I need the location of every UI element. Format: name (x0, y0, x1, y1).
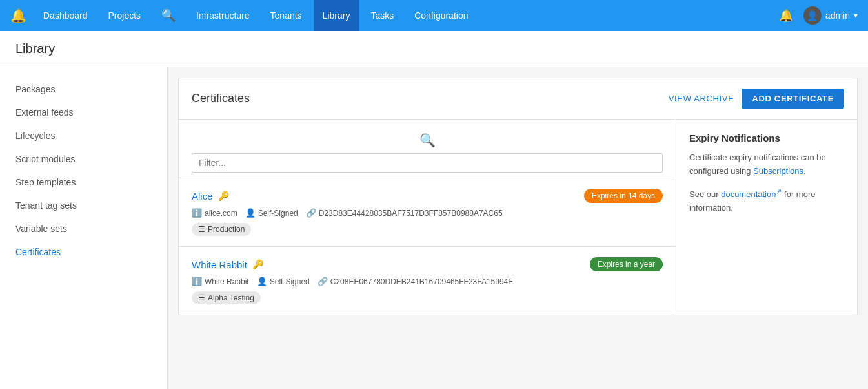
expiry-title: Expiry Notifications (689, 132, 844, 143)
sidebar-item-certificates[interactable]: Certificates (0, 240, 167, 264)
sidebar: Packages External feeds Lifecycles Scrip… (0, 67, 168, 389)
nav-item-infrastructure[interactable]: Infrastructure (187, 0, 258, 31)
sidebar-item-script-modules[interactable]: Script modules (0, 147, 167, 171)
nav-item-library[interactable]: Library (314, 0, 359, 31)
cert-domain: ℹ️ White Rabbit (192, 277, 249, 286)
cert-env-tags: ☰ Alpha Testing (192, 291, 663, 304)
env-tag-label: Alpha Testing (208, 293, 254, 302)
nav-item-search[interactable]: 🔍 (152, 0, 185, 31)
nav-logo-icon: 🔔 (10, 8, 26, 23)
cert-item-header: White Rabbit 🔑 Expires in a year (192, 257, 663, 271)
env-tag-icon: ☰ (198, 293, 205, 302)
cert-expires-badge: Expires in 14 days (584, 189, 663, 203)
user-menu[interactable]: 👤 admin ▾ (803, 6, 858, 25)
page-title-bar: Library (0, 31, 868, 67)
sidebar-item-packages[interactable]: Packages (0, 78, 167, 101)
cert-name-row: White Rabbit 🔑 (192, 259, 263, 270)
subscriptions-link[interactable]: Subscriptions (753, 166, 803, 176)
panel-header-actions: VIEW ARCHIVE ADD CERTIFICATE (669, 89, 844, 109)
cert-fingerprint: 🔗 C208EE067780DDEB241B16709465FF23FA1599… (318, 277, 513, 286)
key-icon: 🔑 (218, 191, 229, 201)
cert-item-header: Alice 🔑 Expires in 14 days (192, 189, 663, 203)
cert-type: 👤 Self-Signed (245, 208, 298, 218)
main-content: Certificates VIEW ARCHIVE ADD CERTIFICAT… (168, 67, 868, 389)
cert-type-value: Self-Signed (270, 277, 310, 286)
cert-name-alice[interactable]: Alice (192, 191, 213, 202)
panel-body: 🔍 Alice 🔑 Expires in 14 days (179, 120, 857, 315)
cert-item: White Rabbit 🔑 Expires in a year ℹ️ Whit… (179, 246, 676, 315)
fingerprint-icon: 🔗 (306, 208, 316, 218)
avatar: 👤 (803, 6, 822, 25)
cert-domain-value: White Rabbit (205, 277, 249, 286)
cert-fingerprint-value: C208EE067780DDEB241B16709465FF23FA15994F (330, 277, 513, 286)
sidebar-item-variable-sets[interactable]: Variable sets (0, 217, 167, 240)
nav-item-tenants[interactable]: Tenants (261, 0, 311, 31)
nav-item-tasks[interactable]: Tasks (361, 0, 403, 31)
page-title: Library (15, 41, 853, 56)
sidebar-item-tenant-tag-sets[interactable]: Tenant tag sets (0, 194, 167, 217)
cert-fingerprint: 🔗 D23D83E44428035BAF7517D3FF857B0988A7AC… (306, 208, 503, 218)
env-tag: ☰ Production (192, 223, 251, 236)
fingerprint-icon: 🔗 (318, 277, 328, 286)
cert-item: Alice 🔑 Expires in 14 days ℹ️ alice.com (179, 178, 676, 246)
nav-item-configuration[interactable]: Configuration (405, 0, 477, 31)
documentation-link[interactable]: documentation↗ (721, 189, 782, 199)
cert-type: 👤 Self-Signed (257, 277, 310, 286)
sidebar-item-external-feeds[interactable]: External feeds (0, 101, 167, 124)
panel-header: Certificates VIEW ARCHIVE ADD CERTIFICAT… (179, 78, 857, 120)
search-area: 🔍 (179, 120, 676, 178)
cert-fingerprint-value: D23D83E44428035BAF7517D3FF857B0988A7AC65 (319, 209, 503, 218)
cert-type-value: Self-Signed (258, 209, 298, 218)
cert-meta: ℹ️ alice.com 👤 Self-Signed 🔗 D23D83E4442… (192, 208, 663, 218)
cert-meta: ℹ️ White Rabbit 👤 Self-Signed 🔗 C208EE06… (192, 277, 663, 286)
info-icon: ℹ️ (192, 277, 202, 286)
add-certificate-button[interactable]: ADD CERTIFICATE (742, 89, 844, 109)
nav-item-projects[interactable]: Projects (99, 0, 150, 31)
notification-bell-icon[interactable]: 🔔 (779, 8, 793, 23)
panel-title: Certificates (192, 92, 250, 105)
expiry-sidebar: Expiry Notifications Certificate expiry … (676, 120, 857, 315)
user-icon: 👤 (257, 277, 267, 286)
layout: Packages External feeds Lifecycles Scrip… (0, 67, 868, 389)
cert-env-tags: ☰ Production (192, 223, 663, 236)
expiry-text-1: Certificate expiry notifications can be … (689, 151, 844, 178)
view-archive-button[interactable]: VIEW ARCHIVE (669, 94, 734, 103)
cert-expires-badge: Expires in a year (590, 257, 663, 271)
user-name-label: admin (825, 10, 850, 21)
external-link-icon: ↗ (776, 187, 782, 195)
navbar: 🔔 Dashboard Projects 🔍 Infrastructure Te… (0, 0, 868, 31)
info-icon: ℹ️ (192, 208, 202, 218)
sidebar-item-lifecycles[interactable]: Lifecycles (0, 124, 167, 147)
cert-domain: ℹ️ alice.com (192, 208, 237, 218)
certificates-panel: Certificates VIEW ARCHIVE ADD CERTIFICAT… (178, 78, 858, 315)
user-caret-icon: ▾ (854, 11, 858, 20)
sidebar-item-step-templates[interactable]: Step templates (0, 171, 167, 194)
filter-input[interactable] (192, 153, 663, 173)
search-icon: 🔍 (419, 132, 436, 148)
env-tag-label: Production (208, 225, 245, 234)
expiry-text-2: See our documentation↗ for more informat… (689, 186, 844, 215)
cert-domain-value: alice.com (205, 209, 237, 218)
key-icon: 🔑 (252, 259, 263, 269)
cert-name-white-rabbit[interactable]: White Rabbit (192, 259, 247, 270)
env-tag: ☰ Alpha Testing (192, 291, 261, 304)
nav-item-dashboard[interactable]: Dashboard (34, 0, 97, 31)
nav-right: 🔔 👤 admin ▾ (779, 6, 858, 25)
cert-list: 🔍 Alice 🔑 Expires in 14 days (179, 120, 676, 315)
user-icon: 👤 (245, 208, 256, 218)
cert-name-row: Alice 🔑 (192, 191, 229, 202)
env-tag-icon: ☰ (198, 225, 205, 234)
